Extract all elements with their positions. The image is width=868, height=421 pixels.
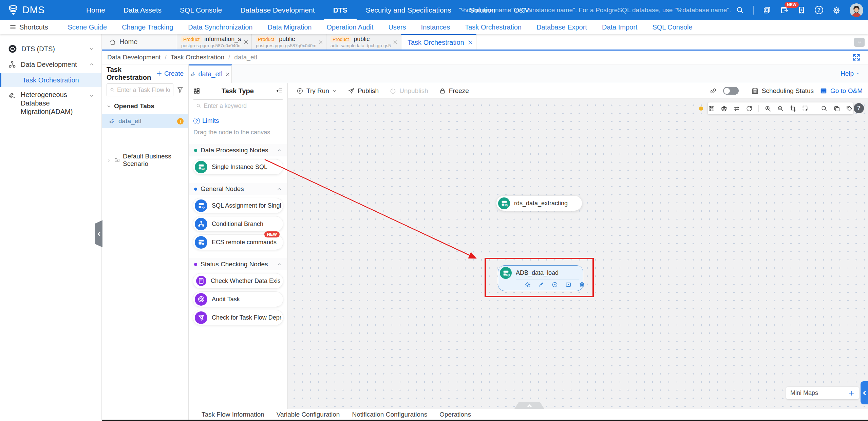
freeze-button[interactable]: Freeze [439,87,469,95]
subnav-sql-console[interactable]: SQL Console [645,23,700,31]
tab-information-schema[interactable]: Product information_sche postgres:pgm-gs… [177,34,252,50]
nav-sql-console[interactable]: SQL Console [171,0,231,20]
subnav-scene-guide[interactable]: Scene Guide [60,23,114,31]
subnav-instances[interactable]: Instances [414,23,458,31]
link-icon[interactable] [710,87,717,95]
subnav-data-import[interactable]: Data Import [595,23,645,31]
refresh-icon[interactable] [746,105,753,112]
subnav-database-export[interactable]: Database Export [529,23,595,31]
tab-variable-configuration[interactable]: Variable Configuration [277,411,340,418]
doc-stack-icon[interactable] [763,6,771,14]
node-type-single-instance-sql[interactable]: Single Instance SQL [193,159,283,175]
node-type-task-flow-dependency[interactable]: Check for Task Flow Depend... [193,310,283,325]
workspace-tab-data-etl[interactable]: data_etl [189,64,232,83]
keyword-search-input[interactable] [204,102,280,110]
search-icon[interactable] [736,6,744,14]
group-header-status-checking[interactable]: Status Checking Nodes [189,258,287,270]
nav-data-assets[interactable]: Data Assets [114,0,171,20]
gear-icon[interactable] [832,6,841,14]
publish-button[interactable]: Publish [348,87,379,95]
run-node-icon[interactable] [552,282,558,288]
dms-logo[interactable]: DMS [7,4,45,16]
billing-icon[interactable] [797,6,806,14]
subnav-change-tracking[interactable]: Change Tracking [114,23,181,31]
sidebar-item-task-orchestration[interactable]: Task Orchestration [0,73,101,87]
flow-canvas[interactable]: ? rds_data_extracting ADB_data_load Mini… [288,99,868,409]
tab-home[interactable]: Home [102,34,177,50]
edit-pencil-icon[interactable] [538,282,544,288]
node-type-ecs-remote-commands[interactable]: ECS remote commands NEW [193,234,283,250]
tab-public-adb[interactable]: Product public adb_sampledata_tpch:gp-gs… [326,34,401,50]
layers-icon[interactable] [721,105,728,112]
right-panel-expander[interactable] [861,381,868,404]
save-icon[interactable] [708,105,715,112]
group-header-general[interactable]: General Nodes [189,183,287,195]
copy-icon[interactable] [833,105,840,112]
tab-list-dropdown-button[interactable] [854,38,865,47]
tab-operations[interactable]: Operations [439,411,471,418]
subnav-data-migration[interactable]: Data Migration [260,23,319,31]
zoom-out-icon[interactable] [777,105,784,112]
fullscreen-icon[interactable] [852,53,861,61]
help-icon[interactable]: ? [815,6,823,14]
nav-database-development[interactable]: Database Development [231,0,324,20]
breadcrumb-data-development[interactable]: Data Development [107,54,161,61]
canvas-node-adb-data-load[interactable]: ADB_data_load [498,265,583,291]
close-icon[interactable] [318,39,323,45]
sidebar-item-adam[interactable]: Heterogeneous Database Migration(ADAM) [0,88,101,119]
sidebar-collapse-handle[interactable] [95,220,102,247]
task-flow-search-input[interactable] [117,87,170,94]
tab-notification-configurations[interactable]: Notification Configurations [352,411,427,418]
close-icon[interactable] [225,72,230,77]
default-business-scenario[interactable]: Default Business Scenario [102,153,188,168]
close-icon[interactable] [467,39,473,45]
collapse-panel-icon[interactable] [275,87,283,95]
opened-tabs-section[interactable]: Opened Tabs [102,102,188,110]
node-type-audit-task[interactable]: Audit Task [193,291,283,307]
filter-icon[interactable] [177,87,184,93]
subnav-data-synchronization[interactable]: Data Synchronization [181,23,260,31]
close-icon[interactable] [243,39,249,45]
zoom-in-icon[interactable] [765,105,771,112]
go-to-oam-link[interactable]: Go to O&M [820,87,863,95]
gear-icon[interactable] [525,282,531,288]
try-run-button[interactable]: Try Run [297,87,337,95]
nav-dts[interactable]: DTS [324,0,357,20]
global-search-input[interactable] [459,6,740,14]
subnav-task-orchestration[interactable]: Task Orchestration [457,23,529,31]
nav-security-specifications[interactable]: Security and Specifications [357,0,460,20]
help-link[interactable]: Help [841,70,868,77]
close-icon[interactable] [393,39,398,45]
export-icon[interactable]: NEW [780,6,788,14]
sidebar-item-dts[interactable]: DTS (DTS) [0,41,101,57]
shortcuts-menu[interactable]: Shortcuts [10,23,48,31]
node-type-sql-assignment[interactable]: SQL Assignment for Single I... [193,198,283,213]
canvas-node-rds-data-extracting[interactable]: rds_data_extracting [496,196,582,211]
avatar[interactable] [850,3,863,17]
run-from-here-icon[interactable] [565,282,571,288]
crop-icon[interactable] [790,105,796,112]
link-toggle[interactable] [723,87,739,95]
search-icon[interactable] [821,105,828,112]
tab-public-postgres[interactable]: Product public postgres:pgm-gs587q0x040m… [252,34,326,50]
scheduling-status[interactable]: Scheduling Status [751,87,814,95]
tag-icon[interactable] [846,105,853,112]
node-type-conditional-branch[interactable]: Conditional Branch [193,216,283,232]
subnav-users[interactable]: Users [381,23,413,31]
canvas-help-icon[interactable]: ? [854,103,864,113]
group-header-data-processing[interactable]: Data Processing Nodes [189,144,287,156]
mini-maps-bar[interactable]: Mini Maps [786,387,859,399]
breadcrumb-task-orchestration[interactable]: Task Orchestration [171,54,224,61]
bottom-panel-collapse-handle[interactable] [514,402,544,409]
nav-home[interactable]: Home [77,0,114,20]
tab-task-orchestration-active[interactable]: Task Orchestration [401,34,476,50]
opened-tab-data-etl[interactable]: data_etl ! [102,114,188,128]
create-button[interactable]: Create [156,70,184,77]
unpublish-button[interactable]: Unpublish [390,87,428,95]
swap-icon[interactable] [733,105,740,112]
tab-task-flow-information[interactable]: Task Flow Information [202,411,264,418]
limits-link[interactable]: ? Limits [193,117,283,125]
delete-trash-icon[interactable] [579,282,585,288]
node-type-check-data-exists[interactable]: Check Whether Data Exists in ... [193,273,283,289]
subnav-operation-audit[interactable]: Operation Audit [319,23,381,31]
